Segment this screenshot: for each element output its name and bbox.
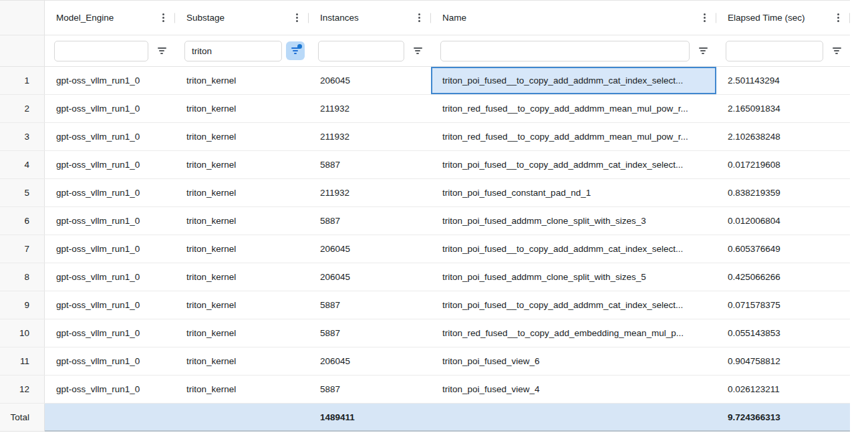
cell-substage[interactable]: triton_kernel <box>175 376 309 403</box>
column-label: Name <box>442 13 466 23</box>
cell-elapsed-time[interactable]: 2.501143294 <box>716 67 850 94</box>
cell-elapsed-time[interactable]: 0.904758812 <box>716 347 850 375</box>
header-gutter <box>0 1 45 35</box>
column-header-elapsed-time[interactable]: Elapsed Time (sec) <box>716 1 850 35</box>
column-header-name[interactable]: Name <box>431 1 716 35</box>
column-menu-icon[interactable] <box>160 11 166 24</box>
column-menu-icon[interactable] <box>294 11 300 24</box>
cell-name[interactable]: triton_red_fused__to_copy_add_embedding_… <box>431 319 716 347</box>
cell-model-engine[interactable]: gpt-oss_vllm_run1_0 <box>45 291 175 319</box>
row-number: 2 <box>0 95 45 122</box>
filter-input-instances[interactable] <box>318 41 404 61</box>
total-row: Total 1489411 9.724366313 <box>0 404 850 432</box>
row-number: 4 <box>0 151 45 178</box>
total-name <box>431 404 716 430</box>
cell-model-engine[interactable]: gpt-oss_vllm_run1_0 <box>45 95 175 122</box>
cell-instances[interactable]: 5887 <box>309 291 431 319</box>
column-menu-icon[interactable] <box>835 11 841 24</box>
cell-elapsed-time[interactable]: 0.017219608 <box>716 151 850 178</box>
cell-name[interactable]: triton_poi_fused_view_6 <box>431 347 716 375</box>
cell-model-engine[interactable]: gpt-oss_vllm_run1_0 <box>45 179 175 206</box>
cell-model-engine[interactable]: gpt-oss_vllm_run1_0 <box>45 263 175 291</box>
table-row: 5 gpt-oss_vllm_run1_0 triton_kernel 2119… <box>0 179 850 207</box>
table-row: 3 gpt-oss_vllm_run1_0 triton_kernel 2119… <box>0 123 850 151</box>
total-elapsed-time: 9.724366313 <box>716 404 850 430</box>
cell-elapsed-time[interactable]: 0.026123211 <box>716 376 850 403</box>
filter-icon <box>833 47 841 54</box>
cell-substage[interactable]: triton_kernel <box>175 123 309 150</box>
cell-instances[interactable]: 211932 <box>309 123 431 150</box>
cell-instances[interactable]: 5887 <box>309 376 431 403</box>
cell-model-engine[interactable]: gpt-oss_vllm_run1_0 <box>45 123 175 150</box>
column-header-substage[interactable]: Substage <box>175 1 309 35</box>
cell-elapsed-time[interactable]: 2.165091834 <box>716 95 850 122</box>
filter-input-name[interactable] <box>440 41 690 61</box>
cell-elapsed-time[interactable]: 0.838219359 <box>716 179 850 206</box>
cell-elapsed-time[interactable]: 2.102638248 <box>716 123 850 150</box>
cell-substage[interactable]: triton_kernel <box>175 95 309 122</box>
cell-elapsed-time[interactable]: 0.425066266 <box>716 263 850 291</box>
cell-substage[interactable]: triton_kernel <box>175 235 309 263</box>
cell-model-engine[interactable]: gpt-oss_vllm_run1_0 <box>45 151 175 178</box>
cell-substage[interactable]: triton_kernel <box>175 67 309 94</box>
cell-instances[interactable]: 206045 <box>309 347 431 375</box>
filter-cell-instances <box>309 35 431 66</box>
cell-name[interactable]: triton_poi_fused__to_copy_add_addmm_cat_… <box>431 235 716 263</box>
cell-model-engine[interactable]: gpt-oss_vllm_run1_0 <box>45 67 175 94</box>
filter-icon <box>699 47 708 54</box>
cell-substage[interactable]: triton_kernel <box>175 207 309 235</box>
column-label: Substage <box>186 13 225 23</box>
filter-button-name[interactable] <box>690 47 716 54</box>
cell-instances[interactable]: 5887 <box>309 151 431 178</box>
active-filter-button-substage[interactable] <box>286 41 305 60</box>
column-label: Instances <box>320 13 359 23</box>
cell-name[interactable]: triton_poi_fused_view_4 <box>431 376 716 403</box>
cell-elapsed-time[interactable]: 0.071578375 <box>716 291 850 319</box>
cell-elapsed-time[interactable]: 0.605376649 <box>716 235 850 263</box>
cell-instances[interactable]: 206045 <box>309 67 431 94</box>
filter-input-substage[interactable] <box>184 41 282 61</box>
cell-name[interactable]: triton_poi_fused__to_copy_add_addmm_cat_… <box>431 291 716 319</box>
column-header-model-engine[interactable]: Model_Engine <box>45 1 175 35</box>
cell-name[interactable]: triton_poi_fused_constant_pad_nd_1 <box>431 179 716 206</box>
row-number: 9 <box>0 291 45 319</box>
cell-instances[interactable]: 206045 <box>309 263 431 291</box>
table-row: 1 gpt-oss_vllm_run1_0 triton_kernel 2060… <box>0 67 850 95</box>
cell-instances[interactable]: 206045 <box>309 235 431 263</box>
cell-substage[interactable]: triton_kernel <box>175 151 309 178</box>
cell-elapsed-time[interactable]: 0.055143853 <box>716 319 850 347</box>
cell-model-engine[interactable]: gpt-oss_vllm_run1_0 <box>45 207 175 235</box>
cell-substage[interactable]: triton_kernel <box>175 291 309 319</box>
cell-substage[interactable]: triton_kernel <box>175 179 309 206</box>
cell-model-engine[interactable]: gpt-oss_vllm_run1_0 <box>45 376 175 403</box>
cell-instances[interactable]: 5887 <box>309 319 431 347</box>
cell-substage[interactable]: triton_kernel <box>175 319 309 347</box>
cell-substage[interactable]: triton_kernel <box>175 347 309 375</box>
column-header-instances[interactable]: Instances <box>309 1 431 35</box>
filter-button-elapsed-time[interactable] <box>823 47 850 54</box>
table-row: 2 gpt-oss_vllm_run1_0 triton_kernel 2119… <box>0 95 850 123</box>
cell-instances[interactable]: 5887 <box>309 207 431 235</box>
cell-name[interactable]: triton_poi_fused_addmm_clone_split_with_… <box>431 263 716 291</box>
column-menu-icon[interactable] <box>702 11 708 24</box>
cell-name[interactable]: triton_red_fused__to_copy_add_addmm_mean… <box>431 123 716 150</box>
column-label: Model_Engine <box>56 13 114 23</box>
filter-button-instances[interactable] <box>404 47 431 54</box>
cell-substage[interactable]: triton_kernel <box>175 263 309 291</box>
cell-instances[interactable]: 211932 <box>309 179 431 206</box>
cell-name[interactable]: triton_poi_fused__to_copy_add_addmm_cat_… <box>431 151 716 178</box>
filter-input-model-engine[interactable] <box>54 41 148 61</box>
total-band: 1489411 9.724366313 <box>45 404 850 432</box>
selected-cell[interactable]: triton_poi_fused__to_copy_add_addmm_cat_… <box>431 67 716 94</box>
total-substage <box>175 404 309 430</box>
cell-model-engine[interactable]: gpt-oss_vllm_run1_0 <box>45 319 175 347</box>
cell-elapsed-time[interactable]: 0.012006804 <box>716 207 850 235</box>
column-menu-icon[interactable] <box>416 11 422 24</box>
filter-button-model-engine[interactable] <box>148 47 175 54</box>
cell-model-engine[interactable]: gpt-oss_vllm_run1_0 <box>45 235 175 263</box>
cell-instances[interactable]: 211932 <box>309 95 431 122</box>
filter-input-elapsed-time[interactable] <box>726 41 823 61</box>
cell-name[interactable]: triton_red_fused__to_copy_add_addmm_mean… <box>431 95 716 122</box>
cell-name[interactable]: triton_poi_fused_addmm_clone_split_with_… <box>431 207 716 235</box>
cell-model-engine[interactable]: gpt-oss_vllm_run1_0 <box>45 347 175 375</box>
